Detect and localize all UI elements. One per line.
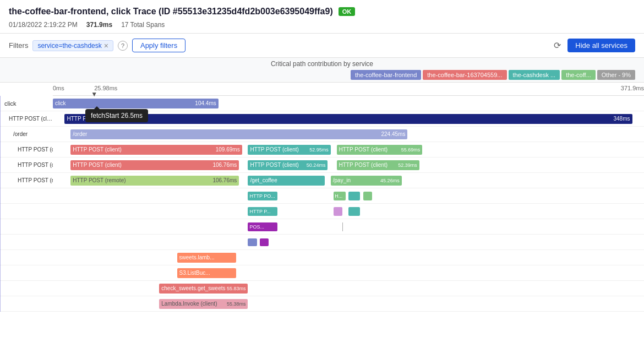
span-label-remote: HTTP POST (remote) [0,177,53,183]
span-row-order: /order /order 224.45ms [0,127,644,142]
bar-check-sweets[interactable]: check_sweets.get_sweets 55.83ms [159,284,248,294]
bar-h-pay-1[interactable]: H... [334,192,345,200]
legend-item-frontend: the-coffee-bar-frontend [351,70,421,80]
span-row-http-post-main: HTTP POST (client) HTTP POST (client) 34… [0,111,644,127]
page-title: the-coffee-bar-frontend, click Trace (ID… [9,7,333,17]
bar-tiny-2[interactable] [260,238,269,246]
bar-pay-in[interactable]: /pay_in 45.26ms [331,176,402,186]
span-row-click: click click 104.4ms [0,96,644,111]
filter-tag-value: service=the-cashdesk [37,42,101,50]
bar-http-po-1[interactable]: HTTP PO... [248,192,277,200]
bar-small-1[interactable] [348,192,360,200]
legend-item-cashdesk: the-cashdesk ... [509,70,560,80]
bar-http-1a[interactable]: HTTP POST (client) 109.69ms [70,145,242,155]
filter-tag-remove[interactable]: × [104,42,108,50]
span-row-sub-1: HTTP PO... H... [0,188,644,204]
span-label-http-trio-2: HTTP POST (client) [0,162,53,168]
bar-s3[interactable]: S3.ListBuc... [177,268,236,278]
total-spans: 17 Total Spans [121,21,165,29]
span-row-sub-2: HTTP P... [0,204,644,219]
bar-small-2[interactable] [363,192,372,200]
cursor-line [0,96,1,312]
bar-sweets-lamb[interactable]: sweets.lamb... [177,253,236,263]
span-row-http-trio-1: HTTP POST (client) HTTP POST (client) 10… [0,142,644,157]
refresh-button[interactable]: ⟳ [552,38,563,53]
filter-tag[interactable]: service=the-cashdesk × [32,40,113,51]
time-end: 371.9ms [621,85,644,91]
span-label-order: /order [0,131,53,137]
hide-services-button[interactable]: Hide all services [567,39,635,52]
legend-item-coff: the-coff... [561,70,596,80]
bar-http-2b[interactable]: HTTP POST (client) 50.24ms [248,160,328,170]
span-label-click: click [0,100,53,107]
span-row-sub-3: POS... [0,219,644,235]
span-row-lambda: Lambda.Invoke (client) 55.38ms [0,296,644,312]
span-row-sweets-lamb: sweets.lamb... [0,250,644,265]
bar-http-remote[interactable]: HTTP POST (remote) 106.76ms [70,176,239,186]
span-label-http-post-main: HTTP POST (client) [0,116,53,122]
time-start: 0ms [53,85,64,91]
timeline-ruler: 0ms 25.98ms 371.9ms ▼ [53,83,644,96]
bar-lambda[interactable]: Lambda.Invoke (client) 55.38ms [159,299,248,309]
span-row-remote-row: HTTP POST (remote) HTTP POST (remote) 10… [0,173,644,188]
span-row-check-sweets: check_sweets.get_sweets 55.83ms [0,281,644,296]
bar-pos[interactable]: POS... [248,222,277,231]
bar-small-4[interactable] [348,207,360,216]
bar-http-1b[interactable]: HTTP POST (client) 52.95ms [248,145,330,155]
legend-item-other: Other - 9% [597,70,635,80]
span-row-sub-4 [0,235,644,250]
trace-area: 0ms 25.98ms 371.9ms ▼ fetchStart 26.5ms … [0,83,644,312]
filter-help-icon[interactable]: ? [118,41,128,51]
bar-get-coffee[interactable]: /get_coffee [248,176,325,186]
bar-http-2a[interactable]: HTTP POST (client) 106.76ms [70,160,239,170]
bar-http-p-2[interactable]: HTTP P... [248,207,277,216]
bar-http-post-main[interactable]: HTTP POST (client) 348ms [64,114,632,124]
bar-small-3[interactable] [334,207,342,216]
line-1 [342,222,343,231]
trace-date: 01/18/2022 2:19:22 PM [9,21,78,29]
span-label-http-trio-1: HTTP POST (client) [0,146,53,153]
span-row-s3: S3.ListBuc... [0,265,644,281]
filter-bar: Filters service=the-cashdesk × ? Apply f… [0,34,644,58]
span-timeline-http-post-main: HTTP POST (client) 348ms [53,111,644,126]
time-mid: 25.98ms [94,85,117,91]
bar-order[interactable]: /order 224.45ms [70,129,407,139]
bar-tiny-1[interactable] [248,238,256,246]
trace-duration: 371.9ms [86,21,112,29]
filters-label: Filters [9,41,28,50]
legend-item-163: the-coffee-bar-163704559... [423,70,506,80]
legend-title: Critical path contribution by service [9,60,635,68]
apply-filters-button[interactable]: Apply filters [132,39,185,52]
status-badge: OK [339,7,356,16]
bar-http-2c[interactable]: HTTP POST (client) 52.39ms [337,160,419,170]
bar-http-1c[interactable]: HTTP POST (client) 55.69ms [337,145,423,155]
header: the-coffee-bar-frontend, click Trace (ID… [0,0,644,34]
legend-items: the-coffee-bar-frontend the-coffee-bar-1… [9,70,635,80]
span-row-http-trio-2: HTTP POST (client) HTTP POST (client) 10… [0,157,644,173]
bar-click[interactable]: click 104.4ms [53,99,219,108]
span-timeline-click: click 104.4ms [53,96,644,111]
